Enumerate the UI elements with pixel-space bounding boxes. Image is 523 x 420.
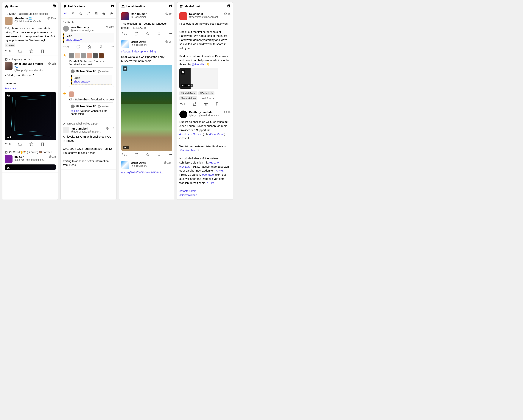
avatar[interactable] bbox=[5, 17, 13, 25]
alt-badge[interactable]: ALT bbox=[6, 136, 12, 139]
mastoadmin-column: MastoAdmin Newsmast@newsmast@newsmast.s…… bbox=[177, 2, 233, 200]
globe-icon bbox=[48, 62, 51, 65]
star-icon: ★ bbox=[63, 53, 66, 58]
post[interactable]: Rob Shimer@Robshimer 1m This election I … bbox=[119, 10, 174, 38]
translate-link[interactable]: Translate bbox=[5, 87, 56, 90]
tab-boosts[interactable] bbox=[85, 10, 92, 18]
favorite-button[interactable] bbox=[146, 32, 150, 35]
more-tags[interactable]: …and 3 more bbox=[199, 96, 215, 100]
boost-button[interactable] bbox=[135, 32, 138, 35]
tab-polls[interactable] bbox=[92, 10, 100, 18]
favorite-button[interactable] bbox=[146, 153, 150, 156]
reply-button[interactable]: 0 bbox=[121, 153, 127, 156]
show-anyway-link[interactable]: Show anyway bbox=[65, 38, 112, 41]
globe-icon bbox=[164, 161, 166, 164]
hashtag-chip[interactable]: #Covid bbox=[5, 43, 15, 47]
bookmark-button[interactable] bbox=[41, 142, 44, 146]
more-button[interactable] bbox=[169, 153, 172, 156]
show-anyway-link[interactable]: Show anyway bbox=[74, 80, 110, 83]
tab-home[interactable] bbox=[100, 10, 107, 18]
favorite-button[interactable] bbox=[204, 102, 208, 106]
post[interactable]: enterprisey boosted smol language model … bbox=[2, 55, 58, 148]
reply-button[interactable]: 0 bbox=[5, 49, 11, 53]
avatar[interactable] bbox=[121, 40, 129, 48]
hashtag-chip[interactable]: #MastoAdmin bbox=[179, 96, 197, 100]
quoted-post[interactable]: Michael Stanclift @vmstan @kims I've bee… bbox=[69, 102, 114, 117]
reply-button[interactable]: 0 bbox=[5, 142, 11, 146]
hashtag-chip[interactable]: #SocialMedia bbox=[179, 91, 197, 95]
favorite-button[interactable] bbox=[30, 142, 33, 146]
boost-icon bbox=[5, 151, 8, 154]
quoted-post[interactable]: Michael Stanclift @vmstan Selfie Show an… bbox=[69, 67, 114, 87]
notification-favorite[interactable]: ★ Kendall Buller and 5 others favorited … bbox=[61, 51, 116, 89]
avatar[interactable] bbox=[63, 127, 69, 133]
gear-icon[interactable] bbox=[227, 4, 230, 8]
globe-icon bbox=[224, 111, 227, 113]
globe-icon bbox=[224, 13, 227, 15]
reply-button[interactable]: 0 bbox=[121, 32, 127, 35]
notifications-title: Notifications bbox=[68, 5, 109, 8]
post[interactable]: Brian Davis@intrepidhero 21m npr.org/202… bbox=[119, 159, 174, 177]
lock-icon bbox=[106, 26, 108, 28]
gear-icon[interactable] bbox=[110, 4, 114, 8]
more-button[interactable] bbox=[52, 142, 56, 146]
tab-all[interactable]: All bbox=[62, 10, 69, 18]
bookmark-button[interactable] bbox=[157, 32, 161, 35]
tab-mentions[interactable] bbox=[69, 10, 77, 18]
post[interactable]: CatSalad🐈🥗 (D.Burch) 🍩 boosted da_667 @d… bbox=[2, 148, 58, 173]
boost-button[interactable] bbox=[18, 142, 22, 146]
boost-button[interactable] bbox=[18, 49, 22, 53]
avatar[interactable] bbox=[5, 62, 13, 70]
avatar[interactable] bbox=[121, 12, 129, 20]
avatar[interactable] bbox=[5, 155, 13, 163]
boost-icon bbox=[5, 58, 8, 61]
more-button[interactable] bbox=[227, 102, 230, 106]
boost-button[interactable] bbox=[135, 153, 138, 156]
boost-button[interactable] bbox=[193, 102, 196, 106]
avatar[interactable] bbox=[63, 25, 69, 32]
avatar[interactable] bbox=[179, 110, 187, 118]
hashtag-chip[interactable]: #FediAdmin bbox=[198, 91, 214, 95]
notifications-column: Notifications All Reply Wes Kennedy @wes… bbox=[60, 2, 116, 200]
post[interactable]: Brian Davis@intrepidhero 9m #foopathfrid… bbox=[119, 38, 174, 159]
bookmark-button[interactable] bbox=[41, 49, 44, 53]
favorite-button[interactable] bbox=[30, 49, 33, 53]
reply-button[interactable]: 0 bbox=[63, 45, 69, 49]
external-link[interactable]: npr.org/2024/08/23/nx-s1-50842… bbox=[121, 171, 164, 174]
notification-edit[interactable]: Ian Campbell edited a post Ian Campbell … bbox=[61, 120, 116, 170]
media-attachment[interactable]: ALT GIF bbox=[179, 68, 230, 89]
avatar[interactable] bbox=[179, 12, 187, 20]
hide-media-icon[interactable] bbox=[6, 93, 11, 98]
alt-badge[interactable]: ALT bbox=[123, 146, 129, 149]
media-attachment[interactable] bbox=[5, 165, 56, 170]
gear-icon[interactable] bbox=[52, 4, 56, 8]
gear-icon[interactable] bbox=[169, 4, 172, 8]
pencil-icon bbox=[63, 122, 65, 125]
reply-arrow-icon bbox=[63, 21, 66, 24]
post[interactable]: Newsmast@newsmast@newsmast.s… 1h First l… bbox=[177, 10, 233, 108]
post[interactable]: Death by Lambda@xdydx@mastodon.social 1h… bbox=[177, 108, 233, 199]
alt-badge[interactable]: ALT bbox=[181, 84, 187, 87]
hide-media-icon[interactable] bbox=[123, 66, 127, 71]
avatar[interactable] bbox=[121, 161, 129, 169]
more-button[interactable] bbox=[52, 49, 56, 53]
tab-favorites[interactable] bbox=[77, 10, 85, 18]
globe-icon bbox=[47, 17, 50, 20]
bookmark-button[interactable] bbox=[215, 102, 219, 106]
favorite-button[interactable] bbox=[88, 45, 91, 49]
bookmark-button[interactable] bbox=[157, 153, 161, 156]
more-button[interactable] bbox=[169, 32, 172, 35]
bookmark-button[interactable] bbox=[99, 45, 103, 49]
reply-button[interactable]: 1 bbox=[179, 102, 185, 106]
local-feed: Rob Shimer@Robshimer 1m This election I … bbox=[119, 10, 174, 199]
globe-icon bbox=[106, 127, 109, 130]
hide-media-icon[interactable] bbox=[181, 70, 185, 74]
tab-follows[interactable] bbox=[107, 10, 115, 18]
media-attachment[interactable]: ALT bbox=[5, 92, 56, 140]
notification-favorite[interactable]: ★ Kim Scheinberg favorited your post Mic… bbox=[61, 89, 116, 120]
post[interactable]: Sarah (Fackrell) Burstein boosted Shosha… bbox=[2, 10, 58, 55]
more-button[interactable] bbox=[110, 45, 114, 49]
hide-media-icon[interactable] bbox=[6, 166, 11, 170]
notification-reply[interactable]: Reply Wes Kennedy @wesdottoday@hach… 40m… bbox=[61, 18, 116, 51]
media-attachment[interactable]: ALT bbox=[121, 65, 172, 151]
